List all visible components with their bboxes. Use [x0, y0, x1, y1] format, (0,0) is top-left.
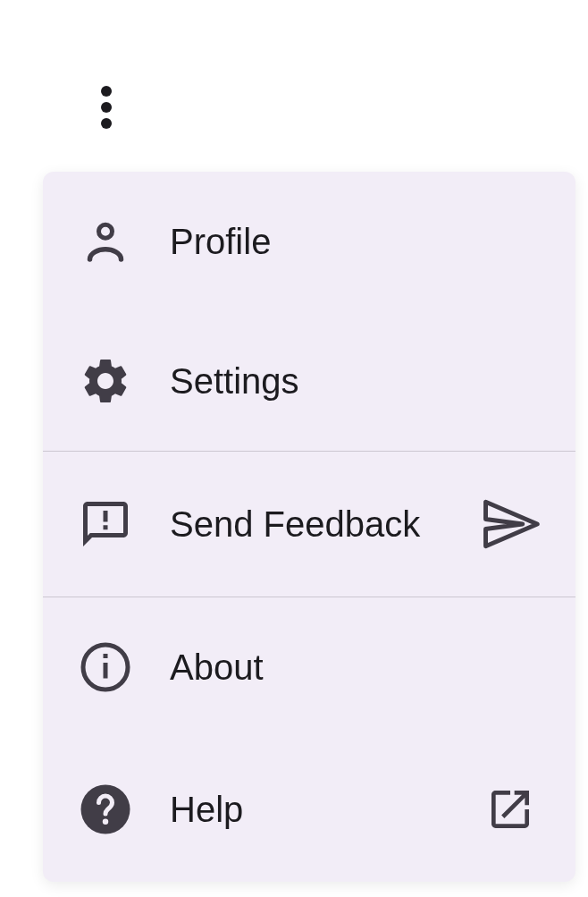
menu-item-label: Help: [170, 790, 481, 830]
info-icon: [79, 640, 132, 694]
svg-rect-8: [104, 654, 108, 658]
feedback-icon: [79, 497, 132, 551]
menu-item-label: Settings: [170, 361, 540, 402]
settings-icon: [79, 354, 132, 408]
menu-item-about[interactable]: About: [43, 597, 575, 737]
svg-point-10: [103, 819, 109, 825]
menu-panel: Profile Settings Send Feedback: [43, 172, 575, 882]
menu-item-label: Send Feedback: [170, 504, 481, 545]
menu-item-label: Profile: [170, 222, 540, 262]
menu-item-settings[interactable]: Settings: [43, 311, 575, 451]
menu-item-send-feedback[interactable]: Send Feedback: [43, 451, 575, 597]
svg-point-0: [101, 86, 112, 97]
menu-item-label: About: [170, 647, 540, 688]
person-icon: [79, 215, 132, 268]
svg-rect-7: [104, 663, 108, 679]
menu-item-profile[interactable]: Profile: [43, 172, 575, 311]
svg-point-3: [99, 224, 113, 238]
menu-item-help[interactable]: Help: [43, 737, 575, 882]
more-vert-button[interactable]: [85, 86, 128, 129]
svg-rect-4: [104, 511, 108, 522]
svg-point-1: [101, 102, 112, 113]
more-vert-icon: [101, 86, 112, 129]
help-icon: [79, 783, 132, 836]
send-icon: [481, 495, 540, 554]
svg-point-2: [101, 118, 112, 129]
svg-rect-5: [104, 525, 108, 529]
open-in-new-icon: [481, 780, 540, 839]
